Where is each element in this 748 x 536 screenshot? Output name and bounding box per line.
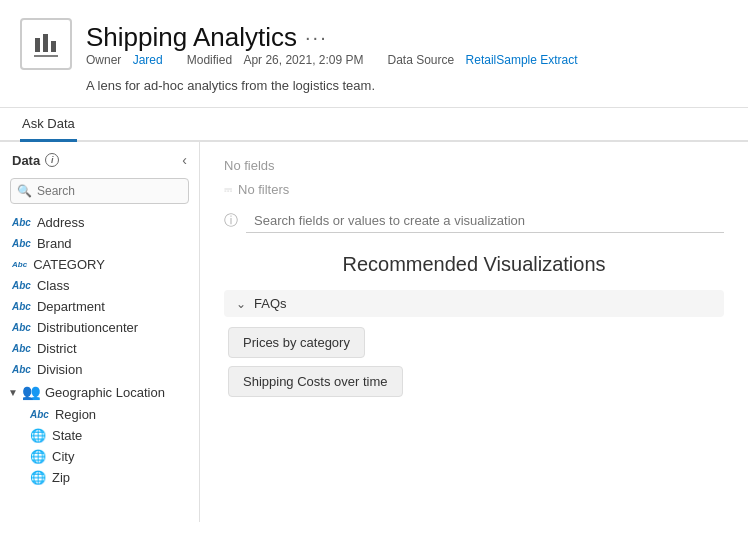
modified-label: Modified bbox=[187, 53, 232, 67]
field-type-icon: Abc bbox=[12, 280, 31, 291]
field-name: Distributioncenter bbox=[37, 320, 138, 335]
faq-chevron-icon: ⌄ bbox=[236, 297, 246, 311]
list-item[interactable]: 🌐 City bbox=[18, 446, 199, 467]
datasource-value[interactable]: RetailSample Extract bbox=[466, 53, 578, 67]
page-title: Shipping Analytics bbox=[86, 22, 297, 53]
datasource-label: Data Source bbox=[388, 53, 455, 67]
field-type-icon: Abc bbox=[12, 343, 31, 354]
field-name: District bbox=[37, 341, 77, 356]
geo-group-icon: 👥 bbox=[22, 383, 41, 401]
list-item[interactable]: Abc Division bbox=[0, 359, 199, 380]
field-name: Department bbox=[37, 299, 105, 314]
owner-label: Owner bbox=[86, 53, 121, 67]
list-item[interactable]: Abc Distributioncenter bbox=[0, 317, 199, 338]
field-name: State bbox=[52, 428, 82, 443]
field-name: CATEGORY bbox=[33, 257, 105, 272]
list-item[interactable]: Abc District bbox=[0, 338, 199, 359]
collapse-sidebar-button[interactable]: ‹ bbox=[182, 152, 187, 168]
content-area: No fields ⎓ No filters ⓘ Recommended Vis… bbox=[200, 142, 748, 522]
list-item[interactable]: Abc Class bbox=[0, 275, 199, 296]
field-type-icon: Abc bbox=[12, 301, 31, 312]
viz-search-row: ⓘ bbox=[224, 209, 724, 233]
field-name: Address bbox=[37, 215, 85, 230]
svg-rect-2 bbox=[51, 41, 56, 52]
no-filters-label: ⎓ No filters bbox=[224, 181, 724, 197]
recommended-title: Recommended Visualizations bbox=[224, 253, 724, 276]
field-name: Division bbox=[37, 362, 83, 377]
tab-ask-data[interactable]: Ask Data bbox=[20, 108, 77, 142]
list-item[interactable]: Abc CATEGORY bbox=[0, 254, 199, 275]
field-type-icon: Abc bbox=[12, 322, 31, 333]
geo-group: ▼ 👥 Geographic Location Abc Region 🌐 Sta… bbox=[0, 380, 199, 488]
dashboard-icon bbox=[20, 18, 72, 70]
globe-icon: 🌐 bbox=[30, 449, 46, 464]
viz-buttons-list: Prices by category Shipping Costs over t… bbox=[224, 327, 724, 397]
list-item[interactable]: 🌐 State bbox=[18, 425, 199, 446]
globe-icon: 🌐 bbox=[30, 470, 46, 485]
viz-button-shipping-costs[interactable]: Shipping Costs over time bbox=[228, 366, 403, 397]
header-meta: Owner Jared Modified Apr 26, 2021, 2:09 … bbox=[86, 53, 578, 67]
field-name: Region bbox=[55, 407, 96, 422]
svg-rect-0 bbox=[35, 38, 40, 52]
list-item[interactable]: Abc Department bbox=[0, 296, 199, 317]
faq-header[interactable]: ⌄ FAQs bbox=[236, 296, 712, 311]
faq-label: FAQs bbox=[254, 296, 287, 311]
list-item[interactable]: 🌐 Zip bbox=[18, 467, 199, 488]
field-type-icon: Abc bbox=[12, 364, 31, 375]
viz-button-prices-by-category[interactable]: Prices by category bbox=[228, 327, 365, 358]
field-name: Brand bbox=[37, 236, 72, 251]
tab-bar: Ask Data bbox=[0, 108, 748, 142]
geo-group-header[interactable]: ▼ 👥 Geographic Location bbox=[0, 380, 199, 404]
search-icon: 🔍 bbox=[17, 184, 32, 198]
field-name: City bbox=[52, 449, 74, 464]
field-name: Zip bbox=[52, 470, 70, 485]
search-box: 🔍 bbox=[10, 178, 189, 204]
globe-icon: 🌐 bbox=[30, 428, 46, 443]
field-type-icon: Abc bbox=[12, 217, 31, 228]
geo-sub-items: Abc Region 🌐 State 🌐 City 🌐 Zip bbox=[0, 404, 199, 488]
list-item[interactable]: Abc Region bbox=[18, 404, 199, 425]
filter-icon: ⎓ bbox=[224, 181, 232, 197]
svg-rect-1 bbox=[43, 34, 48, 52]
expand-icon: ▼ bbox=[8, 387, 18, 398]
header-description: A lens for ad-hoc analytics from the log… bbox=[20, 78, 728, 93]
sidebar: Data i ‹ 🔍 Abc Address Abc Brand Abc CAT… bbox=[0, 142, 200, 522]
sidebar-title: Data i bbox=[12, 153, 59, 168]
more-menu-icon[interactable]: ··· bbox=[305, 26, 328, 49]
info-circle-icon: ⓘ bbox=[224, 212, 238, 230]
field-type-icon: Abc bbox=[30, 409, 49, 420]
modified-value: Apr 26, 2021, 2:09 PM bbox=[243, 53, 363, 67]
search-input[interactable] bbox=[10, 178, 189, 204]
list-item[interactable]: Abc Address bbox=[0, 212, 199, 233]
viz-search-input[interactable] bbox=[246, 209, 724, 233]
owner-value[interactable]: Jared bbox=[133, 53, 163, 67]
info-icon[interactable]: i bbox=[45, 153, 59, 167]
field-name: Class bbox=[37, 278, 70, 293]
list-item[interactable]: Abc Brand bbox=[0, 233, 199, 254]
field-type-icon: Abc bbox=[12, 260, 27, 269]
faq-section: ⌄ FAQs bbox=[224, 290, 724, 317]
geo-group-label: Geographic Location bbox=[45, 385, 165, 400]
header: Shipping Analytics ··· Owner Jared Modif… bbox=[0, 0, 748, 108]
field-type-icon: Abc bbox=[12, 238, 31, 249]
main-layout: Data i ‹ 🔍 Abc Address Abc Brand Abc CAT… bbox=[0, 142, 748, 522]
no-fields-label: No fields bbox=[224, 158, 724, 173]
